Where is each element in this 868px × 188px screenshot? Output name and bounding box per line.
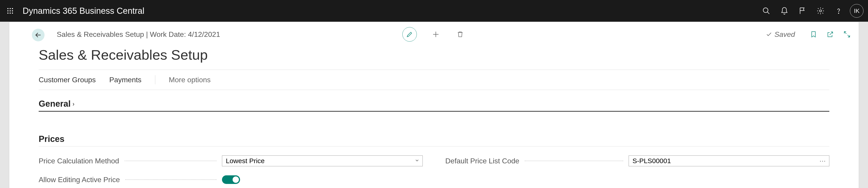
delete-button[interactable] (455, 29, 466, 40)
search-icon[interactable] (757, 2, 775, 20)
prices-form-grid: Price Calculation Method Lowest Price De… (39, 155, 829, 184)
page-header-row: Sales & Receivables Setup | Work Date: 4… (9, 22, 859, 47)
flag-icon[interactable] (794, 2, 811, 20)
svg-point-0 (7, 8, 8, 9)
section-prices-header[interactable]: Prices (39, 125, 829, 147)
app-launcher-icon[interactable] (4, 5, 16, 17)
section-general-header[interactable]: General › (39, 90, 829, 112)
action-menu-row: Customer Groups Payments More options (39, 70, 829, 90)
svg-point-6 (7, 13, 8, 14)
label-price-calc-method: Price Calculation Method (39, 157, 119, 165)
svg-point-4 (10, 10, 11, 11)
select-price-calc-method[interactable]: Lowest Price (222, 155, 423, 166)
dots (125, 161, 217, 161)
input-default-price-list-code[interactable]: S-PLS00001 ⋯ (629, 155, 829, 166)
page-sheet: Sales & Receivables Setup | Work Date: 4… (9, 22, 859, 188)
svg-point-7 (10, 13, 11, 14)
svg-point-9 (763, 8, 768, 13)
row-allow-editing-active-price: Allow Editing Active Price (39, 175, 423, 184)
saved-indicator: Saved (766, 30, 795, 39)
top-bar: Dynamics 365 Business Central IK (0, 0, 868, 22)
popout-icon[interactable] (825, 29, 835, 39)
svg-point-2 (12, 8, 13, 9)
dots (525, 161, 623, 161)
svg-point-11 (819, 10, 822, 12)
svg-line-10 (767, 12, 770, 14)
label-allow-editing-active-price: Allow Editing Active Price (39, 176, 120, 184)
settings-gear-icon[interactable] (811, 2, 830, 20)
section-general-label: General (39, 99, 71, 109)
svg-point-1 (10, 8, 11, 9)
center-actions (402, 27, 466, 41)
svg-point-12 (838, 13, 839, 13)
notifications-icon[interactable] (775, 2, 794, 20)
user-avatar[interactable]: IK (850, 4, 864, 18)
svg-point-3 (7, 10, 8, 11)
input-default-price-list-code-value[interactable]: S-PLS00001 (629, 155, 829, 166)
content-area: Sales & Receivables Setup Customer Group… (9, 47, 859, 184)
help-icon[interactable] (830, 2, 848, 20)
svg-line-16 (844, 32, 846, 34)
svg-point-5 (12, 10, 13, 11)
label-default-price-list-code: Default Price List Code (445, 157, 519, 165)
lookup-icon[interactable]: ⋯ (819, 157, 826, 165)
svg-point-8 (12, 13, 13, 14)
dots (125, 180, 217, 180)
app-title: Dynamics 365 Business Central (23, 6, 145, 16)
menu-payments[interactable]: Payments (110, 76, 142, 84)
new-button[interactable] (430, 29, 441, 40)
page-title: Sales & Receivables Setup (39, 47, 829, 70)
breadcrumb: Sales & Receivables Setup | Work Date: 4… (57, 30, 220, 39)
avatar-initials: IK (854, 7, 860, 14)
back-button[interactable] (32, 29, 44, 41)
bookmark-icon[interactable] (809, 29, 818, 39)
edit-button[interactable] (402, 27, 417, 41)
select-price-calc-method-value[interactable]: Lowest Price (222, 155, 423, 166)
toggle-allow-editing-active-price[interactable] (222, 175, 240, 184)
saved-label: Saved (774, 30, 795, 39)
chevron-right-icon: › (72, 100, 74, 107)
section-prices-label: Prices (39, 134, 64, 144)
right-actions: Saved (766, 29, 852, 39)
menu-separator (155, 75, 155, 84)
row-default-price-list-code: Default Price List Code S-PLS00001 ⋯ (445, 155, 829, 166)
menu-more-options[interactable]: More options (169, 76, 211, 84)
row-price-calc-method: Price Calculation Method Lowest Price (39, 155, 423, 166)
collapse-icon[interactable] (842, 29, 852, 39)
menu-customer-groups[interactable]: Customer Groups (39, 76, 96, 84)
svg-line-17 (848, 35, 850, 37)
